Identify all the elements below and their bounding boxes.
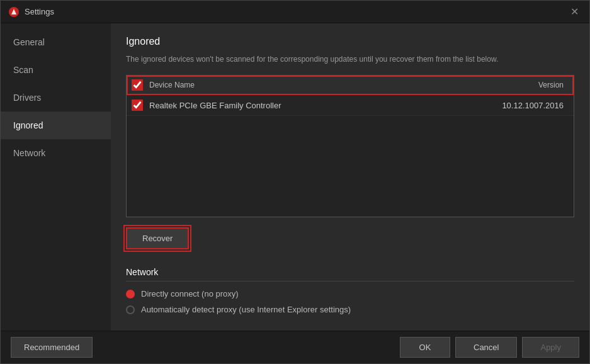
content-area: Ignored The ignored devices won't be sca…: [111, 23, 589, 331]
network-section-title: Network: [126, 267, 574, 282]
radio-row-auto-proxy: Automatically detect proxy (use Internet…: [126, 305, 574, 314]
device-version: 10.12.1007.2016: [468, 101, 569, 110]
table-row: Realtek PCIe GBE Family Controller 10.12…: [127, 95, 574, 116]
ignored-devices-table: Device Name Version Realtek PCIe GBE Fam…: [126, 75, 574, 217]
close-button[interactable]: ✕: [567, 4, 582, 20]
ok-button[interactable]: OK: [400, 337, 450, 358]
radio-auto-proxy-label: Automatically detect proxy (use Internet…: [141, 305, 351, 314]
col-version: Version: [468, 81, 569, 89]
radio-row-direct: Directly connect (no proxy): [126, 289, 574, 299]
main-content: General Scan Drivers Ignored Network Ign…: [1, 23, 589, 331]
select-all-checkbox[interactable]: [132, 79, 143, 91]
sidebar-item-drivers[interactable]: Drivers: [1, 84, 111, 111]
section-desc: The ignored devices won't be scanned for…: [126, 54, 574, 65]
row-checkbox[interactable]: [132, 100, 143, 111]
footer-left: Recommended: [11, 337, 93, 358]
recommended-button[interactable]: Recommended: [11, 337, 93, 358]
col-device-name: Device Name: [149, 81, 468, 89]
sidebar: General Scan Drivers Ignored Network: [1, 23, 111, 331]
table-empty-space: [127, 116, 574, 217]
titlebar-left: Settings: [8, 6, 54, 18]
settings-window: Settings ✕ General Scan Drivers Ignored …: [0, 0, 590, 364]
recover-btn-wrapper: Recover: [126, 227, 574, 249]
radio-auto-proxy-indicator: [126, 305, 135, 314]
sidebar-item-ignored[interactable]: Ignored: [1, 111, 111, 139]
recover-button[interactable]: Recover: [126, 227, 189, 249]
sidebar-item-network[interactable]: Network: [1, 139, 111, 167]
sidebar-item-general[interactable]: General: [1, 28, 111, 56]
titlebar: Settings ✕: [1, 1, 589, 23]
apply-button[interactable]: Apply: [522, 337, 579, 358]
cancel-button[interactable]: Cancel: [455, 337, 517, 358]
app-icon: [8, 6, 20, 18]
radio-direct-label: Directly connect (no proxy): [141, 289, 239, 299]
footer: Recommended OK Cancel Apply: [1, 331, 589, 363]
footer-right: OK Cancel Apply: [400, 337, 579, 358]
window-title: Settings: [25, 7, 54, 16]
section-title: Ignored: [126, 36, 574, 47]
sidebar-item-scan[interactable]: Scan: [1, 56, 111, 84]
table-header: Device Name Version: [127, 76, 574, 95]
device-name: Realtek PCIe GBE Family Controller: [149, 101, 468, 110]
network-section: Network Directly connect (no proxy) Auto…: [126, 267, 574, 321]
radio-direct-indicator: [126, 290, 135, 299]
